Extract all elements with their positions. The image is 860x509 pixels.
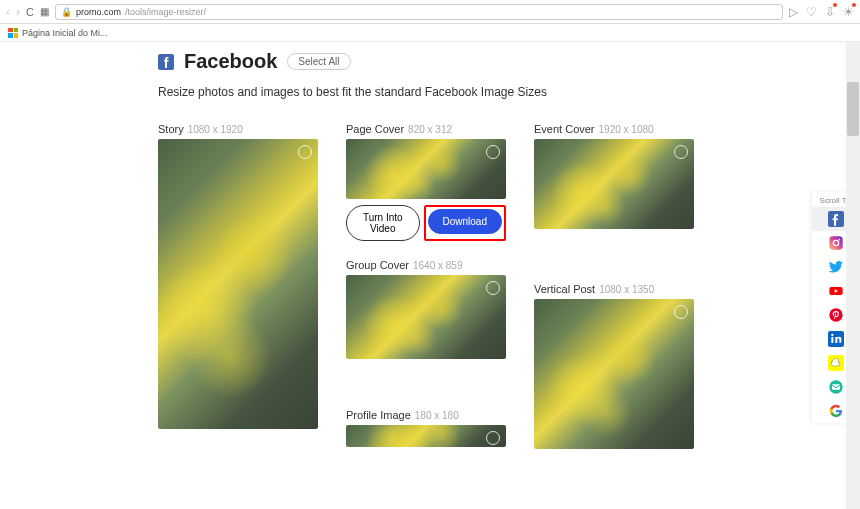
- youtube-icon: [828, 283, 844, 299]
- svg-point-8: [831, 334, 833, 336]
- select-circle[interactable]: [298, 145, 312, 159]
- card-actions: Turn Into Video Download: [346, 205, 506, 241]
- instagram-icon: [828, 235, 844, 251]
- facebook-icon: f: [158, 54, 174, 70]
- profile-icon[interactable]: ☀: [843, 5, 854, 19]
- linkedin-icon: [828, 331, 844, 347]
- email-icon: [828, 379, 844, 395]
- card-title: Vertical Post1080 x 1350: [534, 283, 694, 295]
- back-button[interactable]: ‹: [6, 5, 10, 19]
- heart-icon[interactable]: ♡: [806, 5, 817, 19]
- select-circle[interactable]: [486, 431, 500, 445]
- highlight-annotation: Download: [424, 205, 506, 241]
- bookmark-item[interactable]: Página Inicial do Mi...: [22, 28, 108, 38]
- select-circle[interactable]: [674, 305, 688, 319]
- card-title: Page Cover820 x 312: [346, 123, 506, 135]
- card-title: Profile Image180 x 180: [346, 409, 506, 421]
- section-header: f Facebook Select All: [158, 50, 702, 73]
- select-circle[interactable]: [486, 281, 500, 295]
- download-icon[interactable]: ⇩: [825, 5, 835, 19]
- address-bar[interactable]: 🔒 promo.com/tools/image-resizer/: [55, 4, 783, 20]
- svg-rect-11: [832, 384, 840, 389]
- twitter-icon: [828, 259, 844, 275]
- lock-icon: 🔒: [61, 7, 72, 17]
- select-all-button[interactable]: Select All: [287, 53, 350, 70]
- event-cover-card-image[interactable]: [534, 139, 694, 229]
- url-path: /tools/image-resizer/: [125, 7, 206, 17]
- url-domain: promo.com: [76, 7, 121, 17]
- bookmark-bar: Página Inicial do Mi...: [0, 24, 860, 42]
- card-title: Story1080 x 1920: [158, 123, 318, 135]
- scrollbar-thumb[interactable]: [847, 82, 859, 136]
- download-button[interactable]: Download: [428, 209, 502, 234]
- page-content: f Facebook Select All Resize photos and …: [0, 42, 860, 509]
- section-title: Facebook: [184, 50, 277, 73]
- card-title: Group Cover1640 x 859: [346, 259, 506, 271]
- vertical-post-card-image[interactable]: [534, 299, 694, 449]
- facebook-icon: [828, 211, 844, 227]
- microsoft-logo-icon: [8, 28, 18, 38]
- svg-rect-7: [831, 337, 833, 343]
- select-circle[interactable]: [486, 145, 500, 159]
- group-cover-card-image[interactable]: [346, 275, 506, 359]
- page-cover-card-image[interactable]: [346, 139, 506, 199]
- apps-button[interactable]: ▦: [40, 6, 49, 17]
- google-icon: [828, 403, 844, 419]
- forward-button[interactable]: ›: [16, 5, 20, 19]
- select-circle[interactable]: [674, 145, 688, 159]
- turn-into-video-button[interactable]: Turn Into Video: [346, 205, 420, 241]
- reload-button[interactable]: C: [26, 6, 34, 18]
- svg-rect-1: [829, 236, 842, 249]
- send-icon[interactable]: ▷: [789, 5, 798, 19]
- section-subtitle: Resize photos and images to best fit the…: [158, 85, 702, 99]
- svg-point-3: [839, 239, 841, 241]
- svg-point-5: [829, 308, 842, 321]
- story-card-image[interactable]: [158, 139, 318, 429]
- browser-toolbar: ‹ › C ▦ 🔒 promo.com/tools/image-resizer/…: [0, 0, 860, 24]
- card-title: Event Cover1920 x 1080: [534, 123, 694, 135]
- profile-card-image[interactable]: [346, 425, 506, 447]
- pinterest-icon: [828, 307, 844, 323]
- vertical-scrollbar[interactable]: [846, 42, 860, 509]
- snapchat-icon: [828, 355, 844, 371]
